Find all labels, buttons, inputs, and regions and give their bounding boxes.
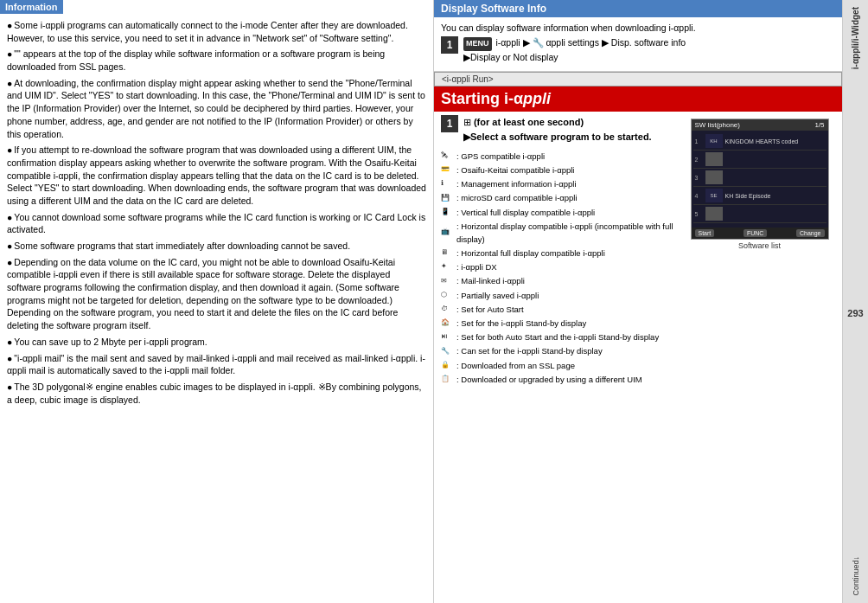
iappli-run-title: Starting i-αppli bbox=[434, 87, 842, 112]
horizfull-icon-sym: 🖥 bbox=[441, 247, 456, 259]
ssl-icon-text: : Downloaded from an SSL page bbox=[456, 359, 575, 372]
sidebar-vertical-label: i-αppli/i-Widget bbox=[851, 7, 860, 69]
osaifu-icon-text: : Osaifu-Keitai compatible i-αppli bbox=[456, 164, 574, 176]
autostart-icon-sym: ⏱ bbox=[441, 304, 456, 315]
bullet-8: ●You can save up to 2 Mbyte per i-αppli … bbox=[7, 336, 426, 349]
step2-line2: ▶Select a software program to be started… bbox=[463, 132, 652, 142]
horiz-icon-sym: 📺 bbox=[441, 227, 456, 238]
part-icon-sym: ⬡ bbox=[441, 290, 456, 301]
step2-block: 1 ⊞ (for at least one second) ▶Select a … bbox=[441, 115, 684, 144]
bullet-6: ●Some software programs that start immed… bbox=[7, 240, 426, 253]
sw-item-4: 4 SE KH Side Episode bbox=[693, 187, 827, 205]
bullet-9: ●"i-αppli mail" is the mail sent and sav… bbox=[7, 352, 426, 377]
sw-start-btn[interactable]: Start bbox=[695, 229, 715, 237]
sw-item-num-2: 2 bbox=[695, 157, 705, 163]
software-list-img: SW list(phone) 1/5 1 KH KINGDOM HEARTS c… bbox=[691, 119, 829, 240]
dx-icon-text: : i-αppli DX bbox=[456, 260, 497, 273]
bullet-1: ●Some i-αppli programs can automatically… bbox=[7, 19, 426, 44]
sw-list-page: 1/5 bbox=[814, 121, 824, 129]
icon-row-sb: 🏠 : Set for the i-αppli Stand-by display bbox=[441, 317, 684, 330]
sidebar-continued: Continued↓ bbox=[852, 556, 860, 596]
mail-icon-sym: ✉ bbox=[441, 276, 456, 287]
sw-item-2: 2 bbox=[693, 151, 827, 169]
sw-item-1: 1 KH KINGDOM HEARTS coded bbox=[693, 132, 827, 151]
standby-icon-text: : Set for the i-αppli Stand-by display bbox=[456, 317, 586, 330]
horiz-icon-text: : Horizontal display compatible i-αppli … bbox=[456, 220, 684, 246]
menu-icon: MENU bbox=[463, 37, 492, 51]
sw-item-name-1: KINGDOM HEARTS coded bbox=[725, 138, 825, 144]
icon-row-ba: ⏯ : Set for both Auto Start and the i-αp… bbox=[441, 330, 684, 343]
bothauto-icon-text: : Set for both Auto Start and the i-αppl… bbox=[456, 330, 659, 343]
sw-item-icon-3 bbox=[705, 170, 723, 184]
uim-icon-text: : Downloaded or upgraded by using a diff… bbox=[456, 373, 642, 386]
dx-icon-sym: ✦ bbox=[441, 261, 456, 273]
appli-settings-icon: 🔧 bbox=[533, 37, 546, 48]
icon-row-css: 🔧 : Can set for the i-αppli Stand-by dis… bbox=[441, 344, 684, 357]
step2-number: 1 bbox=[441, 115, 458, 132]
icon-row-dx: ✦ : i-αppli DX bbox=[441, 260, 684, 273]
display-software-info-header: Display Software Info bbox=[434, 0, 842, 17]
ssl-icon-sym: 🔒 bbox=[441, 360, 456, 371]
sw-item-name-4: KH Side Episode bbox=[725, 193, 825, 199]
part-icon-text: : Partially saved i-αppli bbox=[456, 289, 539, 302]
sw-item-num-4: 4 bbox=[695, 193, 705, 199]
bullet-4: ●If you attempt to re-download the softw… bbox=[7, 144, 426, 207]
sw-item-num-5: 5 bbox=[695, 211, 705, 217]
sw-item-icon-5 bbox=[705, 207, 723, 221]
icon-row-as: ⏱ : Set for Auto Start bbox=[441, 303, 684, 316]
step2-content: ⊞ (for at least one second) ▶Select a so… bbox=[463, 115, 652, 144]
starting-content: 1 ⊞ (for at least one second) ▶Select a … bbox=[434, 112, 842, 603]
left-panel: Information ●Some i-αppli programs can a… bbox=[0, 0, 434, 603]
software-list-label: Software list bbox=[738, 241, 781, 250]
bullet-5: ●You cannot download some software progr… bbox=[7, 211, 426, 236]
step2-line1: (for at least one second) bbox=[474, 117, 584, 127]
sw-item-5: 5 bbox=[693, 205, 827, 223]
step-disp-software: Disp. software info bbox=[611, 37, 686, 48]
sw-list-title: SW list(phone) bbox=[695, 121, 740, 129]
icon-row-sd: 💾 : microSD card compatible i-αppli bbox=[441, 191, 684, 204]
sw-item-icon-2 bbox=[705, 152, 723, 166]
icon-row-part: ⬡ : Partially saved i-αppli bbox=[441, 289, 684, 302]
sw-change-btn[interactable]: Change bbox=[796, 229, 825, 237]
gps-icon-text: : GPS compatible i-αppli bbox=[456, 150, 545, 163]
icon-row-mail: ✉ : Mail-linked i-αppli bbox=[441, 274, 684, 287]
uim-icon-sym: 📋 bbox=[441, 374, 456, 385]
sidebar-page-number: 293 bbox=[847, 308, 863, 318]
sw-list-header: SW list(phone) 1/5 bbox=[692, 119, 828, 131]
sw-item-icon-4: SE bbox=[705, 189, 723, 202]
sw-func-btn[interactable]: FUNC bbox=[744, 229, 767, 237]
step-1-number: 1 bbox=[441, 36, 458, 54]
icon-row-gps: 🛰 : GPS compatible i-αppli bbox=[441, 150, 684, 163]
horizfull-icon-text: : Horizontal full display compatible i-α… bbox=[456, 247, 605, 260]
icons-legend: 🛰 : GPS compatible i-αppli 💳 : Osaifu-Ke… bbox=[441, 150, 684, 386]
mgmt-icon-sym: ℹ bbox=[441, 178, 456, 189]
canset-icon-sym: 🔧 bbox=[441, 346, 456, 357]
software-info-desc: You can display software information whe… bbox=[441, 22, 835, 33]
software-list-area: SW list(phone) 1/5 1 KH KINGDOM HEARTS c… bbox=[684, 119, 835, 250]
sd-icon-sym: 💾 bbox=[441, 193, 456, 204]
starting-right: SW list(phone) 1/5 1 KH KINGDOM HEARTS c… bbox=[684, 115, 835, 600]
step-iappli: i-αppli bbox=[495, 37, 520, 48]
icon-row-mgmt: ℹ : Management information i-αppli bbox=[441, 177, 684, 190]
sw-item-num-3: 3 bbox=[695, 175, 705, 181]
right-sidebar: i-αppli/i-Widget 293 Continued↓ bbox=[842, 0, 868, 603]
vert-icon-sym: 📱 bbox=[441, 207, 456, 218]
icon-row-uim: 📋 : Downloaded or upgraded by using a di… bbox=[441, 373, 684, 386]
step-1-block: 1 MENU i-αppli ▶ 🔧 αppli settings ▶ Disp… bbox=[441, 36, 835, 64]
canset-icon-text: : Can set for the i-αppli Stand-by displ… bbox=[456, 344, 603, 357]
bullet-7: ●Depending on the data volume on the IC … bbox=[7, 256, 426, 332]
icon-row-h: 📺 : Horizontal display compatible i-αppl… bbox=[441, 220, 684, 246]
bullet-2: ●"" appears at the top of the display wh… bbox=[7, 48, 426, 73]
autostart-icon-text: : Set for Auto Start bbox=[456, 303, 524, 316]
left-content: ●Some i-αppli programs can automatically… bbox=[0, 14, 433, 603]
icon-row-ssl: 🔒 : Downloaded from an SSL page bbox=[441, 359, 684, 372]
icon-row-hf: 🖥 : Horizontal full display compatible i… bbox=[441, 247, 684, 260]
iappli-run-header: <i-αppli Run> bbox=[434, 72, 842, 87]
sw-list-items: 1 KH KINGDOM HEARTS coded 2 3 bbox=[692, 131, 828, 225]
osaifu-icon-sym: 💳 bbox=[441, 164, 456, 176]
info-header: Information bbox=[0, 0, 63, 14]
icon-row-ok: 💳 : Osaifu-Keitai compatible i-αppli bbox=[441, 164, 684, 176]
starting-left: 1 ⊞ (for at least one second) ▶Select a … bbox=[441, 115, 684, 600]
sw-item-icon-1: KH bbox=[705, 134, 723, 148]
step-arrow-2: ▶ bbox=[602, 37, 609, 48]
